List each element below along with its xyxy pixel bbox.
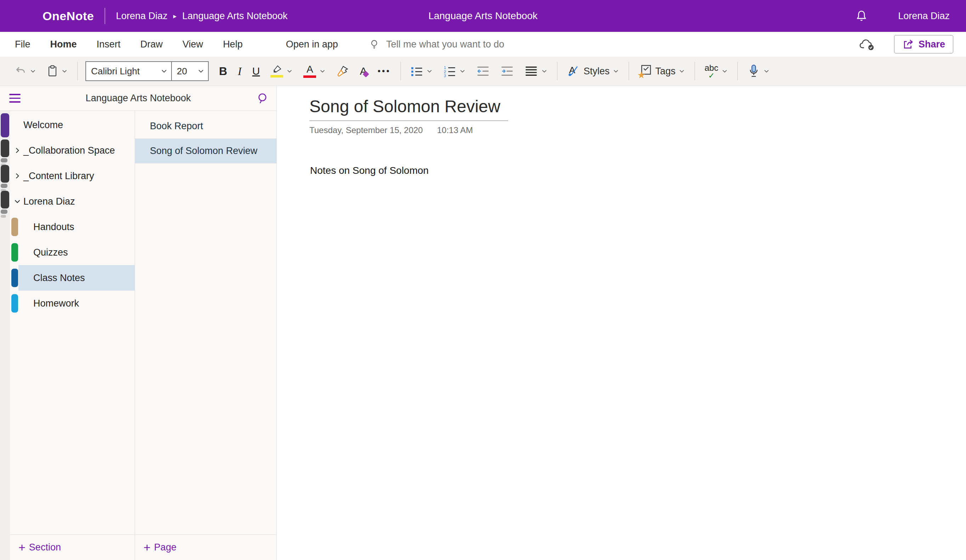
styles-button[interactable]: A Styles (562, 60, 625, 82)
section-tab-welcome[interactable] (1, 113, 9, 138)
paste-button[interactable] (41, 60, 73, 82)
chevron-down-icon (161, 68, 168, 75)
add-page-button[interactable]: + Page (135, 534, 276, 560)
ribbon-divider (629, 62, 629, 80)
section-tab-collaboration[interactable] (1, 139, 9, 157)
outdent-button[interactable] (471, 60, 495, 82)
account-name[interactable]: Lorena Diaz (898, 11, 950, 21)
clear-formatting-button[interactable]: A (354, 60, 372, 82)
section-item-welcome[interactable]: Welcome (10, 112, 135, 138)
cloud-saved-icon (859, 37, 876, 51)
highlighter-icon (270, 65, 283, 77)
add-section-label: Section (29, 542, 61, 553)
chevron-down-icon (286, 68, 293, 74)
underline-button[interactable]: U (247, 60, 265, 82)
add-section-button[interactable]: + Section (10, 534, 135, 560)
app-name[interactable]: OneNote (43, 9, 94, 23)
plus-icon: + (18, 540, 26, 554)
page-canvas[interactable]: Song of Solomon Review Tuesday, Septembe… (277, 86, 966, 560)
bold-label: B (219, 65, 227, 78)
numbering-button[interactable]: 1 2 3 (438, 60, 471, 82)
breadcrumb-user[interactable]: Lorena Diaz (116, 11, 168, 21)
tell-me-placeholder: Tell me what you want to do (386, 39, 504, 50)
share-icon (902, 38, 914, 50)
chevron-down-icon (197, 68, 204, 75)
share-button[interactable]: Share (894, 35, 953, 54)
styles-label: Styles (584, 66, 610, 77)
format-painter-button[interactable] (331, 60, 354, 82)
chevron-down-icon (763, 68, 770, 74)
page-item-book-report[interactable]: Book Report (135, 114, 276, 139)
highlight-color-button[interactable] (265, 60, 298, 82)
notifications-bell-icon[interactable] (855, 9, 868, 23)
font-size-select[interactable]: 20 (172, 61, 209, 81)
italic-button[interactable]: I (232, 60, 247, 82)
menu-draw[interactable]: Draw (130, 32, 172, 57)
font-name-select[interactable]: Calibri Light (85, 61, 172, 81)
section-tab-strip (0, 111, 10, 560)
microphone-icon (748, 64, 760, 78)
app-launcher-icon[interactable] (8, 8, 23, 24)
menu-file[interactable]: File (5, 32, 40, 57)
page-date-line: Tuesday, September 15, 2020 10:13 AM (309, 125, 966, 135)
section-item-handouts[interactable]: Handouts (10, 214, 135, 240)
page-body-text[interactable]: Notes on Song of Solomon (310, 165, 966, 176)
section-item-homework[interactable]: Homework (10, 291, 135, 316)
italic-label: I (238, 65, 242, 78)
spellcheck-icon: abc ✓ (705, 64, 718, 78)
search-icon[interactable] (256, 92, 269, 105)
bold-button[interactable]: B (214, 60, 232, 82)
outdent-icon (476, 65, 490, 77)
page-item-song-of-solomon-review[interactable]: Song of Solomon Review (135, 139, 276, 164)
indent-button[interactable] (495, 60, 519, 82)
styles-icon: A (567, 64, 580, 78)
section-tab-content-library[interactable] (1, 165, 9, 183)
indent-icon (500, 65, 514, 77)
tell-me-box[interactable]: Tell me what you want to do (368, 39, 504, 50)
alignment-button[interactable] (519, 60, 553, 82)
menu-insert[interactable]: Insert (87, 32, 131, 57)
undo-button[interactable] (9, 60, 41, 82)
section-item-lorena-diaz[interactable]: Lorena Diaz (10, 189, 135, 214)
breadcrumb: Lorena Diaz ▸ Language Arts Notebook (116, 11, 288, 21)
numbered-list-icon: 1 2 3 (443, 65, 456, 77)
more-formatting-button[interactable]: ••• (372, 60, 396, 82)
sections-panel: Welcome _Collaboration Space _Content Li… (10, 111, 135, 560)
page-title[interactable]: Song of Solomon Review (309, 97, 508, 121)
menu-help[interactable]: Help (213, 32, 253, 57)
ribbon-divider (695, 62, 695, 80)
dictate-button[interactable] (742, 60, 775, 82)
nav-menu-icon[interactable] (9, 94, 21, 103)
breadcrumb-notebook[interactable]: Language Arts Notebook (182, 11, 288, 21)
ribbon-toolbar: Calibri Light 20 B I U (0, 57, 966, 86)
ribbon-divider (738, 62, 738, 80)
chevron-down-icon (319, 68, 326, 74)
section-color-tab (12, 294, 18, 313)
ribbon-divider (557, 62, 557, 80)
undo-icon (15, 65, 26, 77)
tags-icon: ★ (639, 64, 652, 78)
pages-panel: Book Report Song of Solomon Review + Pag… (135, 111, 277, 560)
svg-text:3: 3 (444, 74, 446, 77)
open-in-app-button[interactable]: Open in app (276, 32, 348, 57)
chevron-down-icon (13, 198, 21, 205)
lightbulb-icon (368, 39, 380, 50)
spellcheck-button[interactable]: abc ✓ (699, 60, 733, 82)
section-color-tab (12, 269, 18, 287)
section-tab-lorena-diaz[interactable] (1, 191, 9, 208)
font-name-value: Calibri Light (91, 66, 140, 77)
chevron-down-icon (61, 68, 68, 74)
section-item-content-library[interactable]: _Content Library (10, 163, 135, 189)
font-color-button[interactable]: A (298, 60, 331, 82)
top-app-bar: OneNote Lorena Diaz ▸ Language Arts Note… (0, 0, 966, 32)
section-item-quizzes[interactable]: Quizzes (10, 240, 135, 265)
bullets-button[interactable] (405, 60, 438, 82)
section-item-collaboration-space[interactable]: _Collaboration Space (10, 138, 135, 163)
chevron-down-icon (613, 68, 619, 74)
menu-view[interactable]: View (172, 32, 213, 57)
section-item-class-notes[interactable]: Class Notes (10, 265, 135, 291)
chevron-down-icon (426, 68, 433, 74)
chevron-down-icon (30, 68, 36, 74)
menu-home[interactable]: Home (40, 32, 87, 57)
tags-button[interactable]: ★ Tags (633, 60, 690, 82)
